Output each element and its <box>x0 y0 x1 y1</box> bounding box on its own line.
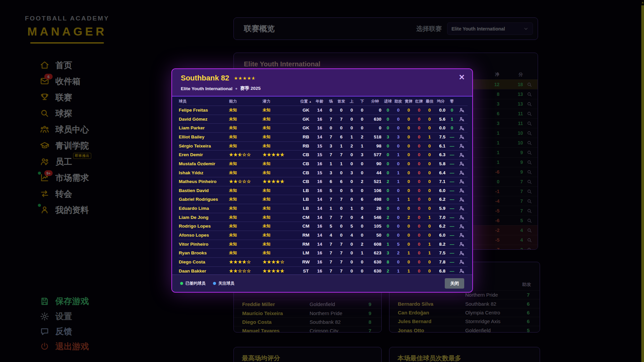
scout-player-icon[interactable] <box>457 116 466 122</box>
assists-value: 0 <box>393 144 404 148</box>
red-cards-value: 0 <box>414 179 424 184</box>
minutes-value: 0 <box>367 126 383 130</box>
player-row[interactable]: Eduardo Lima 未知 未知 LB 14 1 0 1 0 26 0 0 … <box>179 204 468 213</box>
yellow-cards-value: 0 <box>404 117 414 122</box>
motm-value: 0 <box>424 224 435 229</box>
apps-value: 7 <box>326 269 336 274</box>
motm-value: 0 <box>424 269 435 274</box>
player-row[interactable]: Eren Demir ★★★☆☆☆ ★★★★★☆ CB 15 7 7 0 3 5… <box>179 150 468 159</box>
player-row[interactable]: Matheus Pinheiro ★★☆☆☆ ★★★★★☆ CB 16 6 6 … <box>179 177 468 186</box>
scout-player-icon[interactable] <box>457 107 466 113</box>
player-row[interactable]: Bastien David 未知 未知 LB 16 5 0 5 0 106 0 … <box>179 186 468 195</box>
position-value: CM <box>298 224 314 229</box>
scout-player-icon[interactable] <box>457 197 466 202</box>
sub-on-value: 5 <box>346 188 357 193</box>
assists-value: 5 <box>393 242 404 247</box>
col-position-sort[interactable]: 位置▲ <box>298 99 314 104</box>
scout-player-icon[interactable] <box>457 125 466 131</box>
goals-value: 0 <box>383 153 393 157</box>
sub-off-value: 0 <box>357 206 367 211</box>
player-row[interactable]: Daan Bakker ★★☆☆☆ ★★★★★☆ ST 16 7 7 0 0 6… <box>179 266 468 276</box>
motm-value: 1 <box>424 251 435 255</box>
scout-player-icon[interactable] <box>457 268 466 274</box>
scout-player-icon[interactable] <box>457 259 466 265</box>
potential-rating: 未知 <box>263 126 298 130</box>
sub-off-value: 6 <box>357 197 367 202</box>
player-row[interactable]: Diego Costa ★★★★☆☆ ★★★★☆☆ RW 16 7 7 0 0 … <box>179 257 468 266</box>
minutes-value: 630 <box>367 260 383 264</box>
player-row[interactable]: Liam De Jong 未知 未知 CM 14 7 7 0 4 546 2 0… <box>179 213 468 222</box>
close-button[interactable]: 关闭 <box>445 278 464 289</box>
player-row[interactable]: Ishak Yıldız 未知 未知 CB 15 3 0 3 0 44 0 1 … <box>179 168 468 177</box>
age-value: 14 <box>314 242 326 247</box>
scout-player-icon[interactable] <box>457 134 466 140</box>
avg-rating-value: 6.0 <box>435 233 447 238</box>
age-value: 14 <box>314 206 326 211</box>
motm-value: 1 <box>424 242 435 247</box>
player-row[interactable]: Mustafa Özdemir 未知 未知 CB 16 1 1 0 0 90 0… <box>179 159 468 168</box>
col-sub-on: 上 <box>346 99 357 104</box>
clean-sheets-value: — <box>447 135 457 139</box>
yellow-cards-value: 1 <box>404 197 414 202</box>
apps-value: 0 <box>326 126 336 130</box>
potential-rating: 未知 <box>263 171 298 175</box>
apps-value: 3 <box>326 171 336 175</box>
goals-value: 0 <box>383 144 393 148</box>
scout-player-icon[interactable] <box>457 224 466 229</box>
minutes-value: 106 <box>367 188 383 193</box>
player-row[interactable]: Vitor Pinheiro 未知 未知 RM 14 7 7 0 2 608 1… <box>179 240 468 249</box>
player-row[interactable]: Felipe Freitas 未知 未知 GK 14 0 0 0 0 0 0 0… <box>179 106 468 115</box>
assists-value: 0 <box>393 117 404 122</box>
ability-rating: ★★★☆☆☆ <box>229 153 263 157</box>
ability-rating: ★★★★☆☆ <box>229 260 263 264</box>
scout-player-icon[interactable] <box>457 232 466 238</box>
scout-player-icon[interactable] <box>457 161 466 167</box>
player-row[interactable]: Elliot Bailey 未知 未知 RB 14 7 6 1 2 518 3 … <box>179 132 468 141</box>
player-row[interactable]: Afonso Lopes 未知 未知 RM 14 4 0 4 0 50 0 0 … <box>179 231 468 240</box>
team-roster-modal: Southbank 82 ★★★★★☆ ✕ Elite Youth Intern… <box>171 68 473 293</box>
scout-player-icon[interactable] <box>457 143 466 149</box>
minutes-value: 0 <box>367 108 383 113</box>
sub-off-value: 0 <box>357 108 367 113</box>
avg-rating-value: 6.4 <box>435 171 447 175</box>
avg-rating-value: 6.2 <box>435 197 447 202</box>
ability-rating: 未知 <box>229 197 263 201</box>
player-row[interactable]: Gabriel Rodrigues 未知 未知 LB 14 7 7 0 6 49… <box>179 195 468 204</box>
legend-signed: 已签约球员 <box>180 281 206 286</box>
col-assists: 助攻 <box>393 99 404 104</box>
minutes-value: 518 <box>367 135 383 139</box>
sub-on-value: 0 <box>346 260 357 264</box>
age-value: 15 <box>314 144 326 148</box>
age-value: 16 <box>314 260 326 264</box>
team-star-rating: ★★★★★☆ <box>234 75 256 81</box>
scout-player-icon[interactable] <box>457 179 466 184</box>
red-cards-value: 0 <box>414 135 424 139</box>
yellow-cards-value: 0 <box>404 224 414 229</box>
modal-header: Southbank 82 ★★★★★☆ ✕ Elite Youth Intern… <box>172 69 472 97</box>
scout-player-icon[interactable] <box>457 170 466 176</box>
player-row[interactable]: Sérgio Teixeira 未知 未知 RB 15 3 1 2 1 98 0… <box>179 141 468 150</box>
player-row[interactable]: Liam Parker 未知 未知 GK 16 0 0 0 0 0 0 0 0 … <box>179 123 468 132</box>
player-row[interactable]: Ryan Brooks 未知 未知 LM 16 7 7 0 1 623 3 2 … <box>179 248 468 257</box>
player-row[interactable]: David Gómez 未知 未知 GK 16 7 7 0 0 630 0 0 … <box>179 115 468 124</box>
ability-rating: 未知 <box>229 162 263 166</box>
avg-rating-value: 7.5 <box>435 251 447 255</box>
scout-player-icon[interactable] <box>457 250 466 256</box>
position-value: LB <box>298 206 314 211</box>
scout-player-icon[interactable] <box>457 188 466 193</box>
potential-rating: 未知 <box>263 108 298 112</box>
col-ability: 能力 <box>229 99 263 104</box>
assists-value: 0 <box>393 126 404 130</box>
ability-rating: 未知 <box>229 233 263 237</box>
yellow-cards-value: 0 <box>404 260 414 264</box>
scout-player-icon[interactable] <box>457 241 466 247</box>
player-row[interactable]: Rodrigo Lopes 未知 未知 CM 16 5 0 5 0 105 0 … <box>179 222 468 231</box>
ability-rating: 未知 <box>229 216 263 220</box>
apps-value: 5 <box>326 224 336 229</box>
assists-value: 1 <box>393 197 404 202</box>
close-icon[interactable]: ✕ <box>459 74 465 81</box>
scout-player-icon[interactable] <box>457 215 466 220</box>
scout-player-icon[interactable] <box>457 152 466 158</box>
scout-player-icon[interactable] <box>457 205 466 211</box>
clean-sheets-value: — <box>447 260 457 264</box>
